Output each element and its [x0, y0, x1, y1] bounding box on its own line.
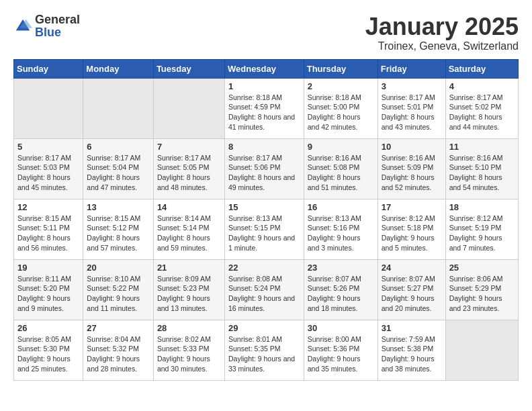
day-number: 9	[308, 142, 374, 152]
header-thursday: Thursday	[304, 59, 378, 78]
cell-content: Sunrise: 8:16 AMSunset: 5:08 PMDaylight:…	[308, 153, 374, 193]
cell-content: Sunrise: 8:04 AMSunset: 5:32 PMDaylight:…	[87, 334, 150, 374]
calendar-cell: 12Sunrise: 8:15 AMSunset: 5:11 PMDayligh…	[14, 199, 83, 259]
day-number: 25	[449, 263, 515, 273]
cell-content: Sunrise: 8:14 AMSunset: 5:14 PMDaylight:…	[157, 214, 221, 253]
calendar-cell: 16Sunrise: 8:13 AMSunset: 5:16 PMDayligh…	[304, 199, 378, 259]
calendar-cell: 28Sunrise: 8:02 AMSunset: 5:33 PMDayligh…	[153, 320, 224, 380]
calendar-cell: 10Sunrise: 8:16 AMSunset: 5:09 PMDayligh…	[378, 138, 445, 199]
day-number: 30	[308, 323, 374, 333]
header-monday: Monday	[83, 59, 154, 78]
calendar-cell: 14Sunrise: 8:14 AMSunset: 5:14 PMDayligh…	[153, 199, 224, 259]
cell-content: Sunrise: 8:17 AMSunset: 5:06 PMDaylight:…	[228, 153, 300, 193]
calendar-cell: 2Sunrise: 8:18 AMSunset: 5:00 PMDaylight…	[304, 78, 378, 138]
calendar-header-row: SundayMondayTuesdayWednesdayThursdayFrid…	[14, 59, 519, 78]
calendar-cell: 8Sunrise: 8:17 AMSunset: 5:06 PMDaylight…	[224, 138, 304, 199]
day-number: 23	[308, 263, 374, 273]
day-number: 2	[308, 81, 374, 91]
day-number: 26	[17, 323, 79, 333]
cell-content: Sunrise: 8:17 AMSunset: 5:03 PMDaylight:…	[17, 153, 79, 193]
logo-blue: Blue	[35, 26, 61, 39]
day-number: 3	[382, 81, 442, 91]
cell-content: Sunrise: 8:07 AMSunset: 5:27 PMDaylight:…	[382, 274, 442, 314]
calendar-cell: 26Sunrise: 8:05 AMSunset: 5:30 PMDayligh…	[14, 320, 83, 380]
day-number: 15	[228, 202, 300, 212]
calendar-cell	[14, 78, 83, 138]
title-area: January 2025 Troinex, Geneva, Switzerlan…	[365, 13, 519, 52]
day-number: 4	[449, 81, 515, 91]
calendar-cell: 19Sunrise: 8:11 AMSunset: 5:20 PMDayligh…	[14, 259, 83, 320]
header-saturday: Saturday	[445, 59, 518, 78]
day-number: 14	[157, 202, 221, 212]
cell-content: Sunrise: 8:17 AMSunset: 5:04 PMDaylight:…	[87, 153, 150, 193]
calendar-cell: 21Sunrise: 8:09 AMSunset: 5:23 PMDayligh…	[153, 259, 224, 320]
day-number: 27	[87, 323, 150, 333]
logo: General Blue	[13, 13, 80, 39]
calendar-cell: 20Sunrise: 8:10 AMSunset: 5:22 PMDayligh…	[83, 259, 154, 320]
logo-icon	[13, 17, 32, 36]
calendar-cell: 25Sunrise: 8:06 AMSunset: 5:29 PMDayligh…	[445, 259, 518, 320]
cell-content: Sunrise: 8:16 AMSunset: 5:10 PMDaylight:…	[449, 153, 515, 193]
day-number: 17	[382, 202, 442, 212]
calendar-cell: 22Sunrise: 8:08 AMSunset: 5:24 PMDayligh…	[224, 259, 304, 320]
day-number: 1	[228, 81, 300, 91]
header-sunday: Sunday	[14, 59, 83, 78]
calendar-cell: 31Sunrise: 7:59 AMSunset: 5:38 PMDayligh…	[378, 320, 445, 380]
cell-content: Sunrise: 8:06 AMSunset: 5:29 PMDaylight:…	[449, 274, 515, 314]
calendar-cell	[445, 320, 518, 380]
header-friday: Friday	[378, 59, 445, 78]
calendar-cell: 30Sunrise: 8:00 AMSunset: 5:36 PMDayligh…	[304, 320, 378, 380]
cell-content: Sunrise: 8:08 AMSunset: 5:24 PMDaylight:…	[228, 274, 300, 314]
day-number: 13	[87, 202, 150, 212]
calendar-cell: 7Sunrise: 8:17 AMSunset: 5:05 PMDaylight…	[153, 138, 224, 199]
cell-content: Sunrise: 8:00 AMSunset: 5:36 PMDaylight:…	[308, 334, 374, 374]
cell-content: Sunrise: 8:05 AMSunset: 5:30 PMDaylight:…	[17, 334, 79, 374]
day-number: 6	[87, 142, 150, 152]
calendar-cell: 13Sunrise: 8:15 AMSunset: 5:12 PMDayligh…	[83, 199, 154, 259]
day-number: 7	[157, 142, 221, 152]
header-tuesday: Tuesday	[153, 59, 224, 78]
calendar-cell: 9Sunrise: 8:16 AMSunset: 5:08 PMDaylight…	[304, 138, 378, 199]
calendar-cell: 17Sunrise: 8:12 AMSunset: 5:18 PMDayligh…	[378, 199, 445, 259]
cell-content: Sunrise: 7:59 AMSunset: 5:38 PMDaylight:…	[382, 334, 442, 374]
month-title: January 2025	[365, 13, 519, 40]
calendar-cell: 24Sunrise: 8:07 AMSunset: 5:27 PMDayligh…	[378, 259, 445, 320]
cell-content: Sunrise: 8:17 AMSunset: 5:02 PMDaylight:…	[449, 93, 515, 132]
day-number: 20	[87, 263, 150, 273]
day-number: 8	[228, 142, 300, 152]
location-title: Troinex, Geneva, Switzerland	[365, 40, 519, 52]
calendar-cell	[153, 78, 224, 138]
day-number: 16	[308, 202, 374, 212]
calendar-cell: 18Sunrise: 8:12 AMSunset: 5:19 PMDayligh…	[445, 199, 518, 259]
day-number: 22	[228, 263, 300, 273]
calendar-cell: 3Sunrise: 8:17 AMSunset: 5:01 PMDaylight…	[378, 78, 445, 138]
week-row-5: 26Sunrise: 8:05 AMSunset: 5:30 PMDayligh…	[14, 320, 519, 380]
day-number: 21	[157, 263, 221, 273]
header-wednesday: Wednesday	[224, 59, 304, 78]
day-number: 5	[17, 142, 79, 152]
cell-content: Sunrise: 8:13 AMSunset: 5:15 PMDaylight:…	[228, 214, 300, 253]
calendar-cell: 15Sunrise: 8:13 AMSunset: 5:15 PMDayligh…	[224, 199, 304, 259]
calendar-cell: 4Sunrise: 8:17 AMSunset: 5:02 PMDaylight…	[445, 78, 518, 138]
cell-content: Sunrise: 8:09 AMSunset: 5:23 PMDaylight:…	[157, 274, 221, 314]
day-number: 10	[382, 142, 442, 152]
cell-content: Sunrise: 8:07 AMSunset: 5:26 PMDaylight:…	[308, 274, 374, 314]
day-number: 29	[228, 323, 300, 333]
calendar-cell: 1Sunrise: 8:18 AMSunset: 4:59 PMDaylight…	[224, 78, 304, 138]
calendar-cell: 6Sunrise: 8:17 AMSunset: 5:04 PMDaylight…	[83, 138, 154, 199]
day-number: 31	[382, 323, 442, 333]
day-number: 11	[449, 142, 515, 152]
cell-content: Sunrise: 8:02 AMSunset: 5:33 PMDaylight:…	[157, 334, 221, 374]
cell-content: Sunrise: 8:11 AMSunset: 5:20 PMDaylight:…	[17, 274, 79, 314]
logo-general: General	[35, 13, 80, 26]
calendar-cell: 27Sunrise: 8:04 AMSunset: 5:32 PMDayligh…	[83, 320, 154, 380]
calendar-cell: 29Sunrise: 8:01 AMSunset: 5:35 PMDayligh…	[224, 320, 304, 380]
cell-content: Sunrise: 8:18 AMSunset: 4:59 PMDaylight:…	[228, 93, 300, 132]
cell-content: Sunrise: 8:01 AMSunset: 5:35 PMDaylight:…	[228, 334, 300, 374]
day-number: 12	[17, 202, 79, 212]
header: General Blue January 2025 Troinex, Genev…	[13, 13, 519, 52]
cell-content: Sunrise: 8:15 AMSunset: 5:12 PMDaylight:…	[87, 214, 150, 253]
logo-text: General Blue	[35, 13, 80, 39]
day-number: 28	[157, 323, 221, 333]
cell-content: Sunrise: 8:12 AMSunset: 5:19 PMDaylight:…	[449, 214, 515, 253]
